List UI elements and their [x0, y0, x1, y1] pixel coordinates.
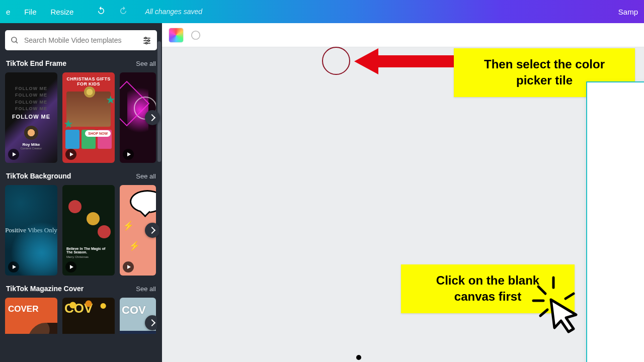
svg-line-12 [566, 294, 574, 299]
redo-icon[interactable] [119, 6, 128, 17]
ornament-icon [87, 212, 100, 225]
svg-line-1 [16, 42, 18, 43]
star-icon: ★ [63, 118, 73, 131]
section-title: TikTok Magazine Cover [6, 285, 84, 293]
save-status-label: All changes saved [145, 8, 202, 16]
section-background: TikTok Background See all Positive Vibes… [5, 172, 157, 276]
avatar [24, 126, 38, 140]
svg-line-14 [540, 310, 547, 316]
search-input[interactable] [24, 36, 137, 44]
top-menubar: e File Resize All changes saved Samp [0, 0, 644, 23]
template-card[interactable]: Believe In The Magic of The Season.Merry… [62, 185, 115, 276]
play-icon[interactable] [65, 149, 76, 160]
ornament-icon [68, 200, 82, 213]
decorative-dot [356, 355, 361, 360]
section-title: TikTok End Frame [6, 59, 66, 67]
blank-canvas[interactable] [586, 81, 644, 362]
click-cursor-icon [523, 275, 584, 335]
see-all-link[interactable]: See all [136, 60, 156, 67]
editor-toolbar [162, 23, 644, 47]
bolt-icon: ⚡ [123, 220, 134, 231]
search-field[interactable] [5, 30, 157, 50]
effects-icon[interactable] [190, 30, 201, 41]
svg-point-3 [145, 37, 146, 39]
star-icon: ★ [106, 94, 115, 107]
carousel-next-icon[interactable] [145, 110, 160, 125]
template-card[interactable]: COV [62, 298, 115, 334]
section-magazine: TikTok Magazine Cover See all COVER COV … [5, 285, 157, 334]
carousel-next-icon[interactable] [145, 315, 157, 330]
ornament-icon [98, 225, 111, 238]
bolt-icon: ⚡ [129, 240, 140, 251]
shop-now-badge: SHOP NOW [85, 130, 111, 137]
svg-point-8 [192, 31, 200, 39]
menu-resize[interactable]: Resize [51, 8, 74, 16]
play-icon[interactable] [8, 149, 19, 160]
menu-home[interactable]: e [6, 8, 10, 16]
search-icon [10, 36, 19, 45]
svg-line-13 [538, 287, 545, 294]
templates-panel: TikTok End Frame See all FOLLOW ME FOLLO… [0, 23, 162, 362]
template-card[interactable]: FOLLOW ME FOLLOW ME FOLLOW ME FOLLOW ME … [5, 72, 57, 163]
filters-icon[interactable] [142, 35, 152, 45]
svg-marker-9 [354, 48, 455, 74]
doc-name-trunc[interactable]: Samp [618, 8, 638, 16]
speech-bubble-icon [130, 190, 156, 213]
play-icon[interactable] [8, 261, 19, 273]
carousel-next-icon[interactable] [145, 223, 160, 238]
svg-point-0 [12, 37, 17, 42]
see-all-link[interactable]: See all [136, 172, 156, 180]
template-card[interactable]: COVER [5, 298, 57, 334]
canvas-area: Then select the color picker tile Click … [162, 23, 644, 362]
template-card[interactable]: CHRISTMAS GIFTS FOR KIDS ★ ★ SHOP NOW [62, 72, 115, 163]
template-card[interactable]: Positive Vibes Only [5, 185, 57, 276]
scrollbar-thumb[interactable] [157, 41, 161, 162]
play-icon[interactable] [123, 261, 134, 273]
section-endframe: TikTok End Frame See all FOLLOW ME FOLLO… [5, 59, 157, 163]
see-all-link[interactable]: See all [136, 285, 156, 293]
svg-point-5 [148, 40, 149, 41]
annotation-arrow [354, 46, 460, 76]
play-icon[interactable] [123, 149, 134, 160]
bow-icon [84, 86, 95, 98]
annotation-circle [322, 47, 350, 75]
menu-file[interactable]: File [24, 8, 36, 16]
color-picker-tile[interactable] [169, 28, 183, 42]
section-title: TikTok Background [6, 172, 71, 180]
play-icon[interactable] [65, 261, 76, 273]
undo-icon[interactable] [97, 6, 106, 17]
svg-point-7 [146, 42, 147, 44]
